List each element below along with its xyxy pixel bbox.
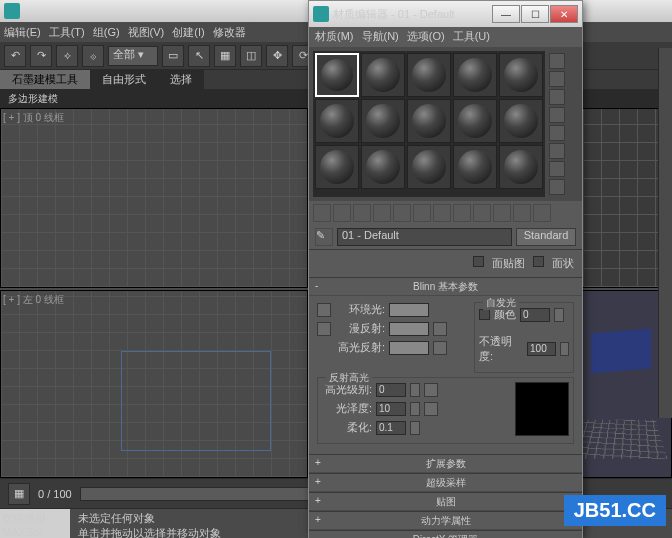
make-unique-icon[interactable] — [413, 204, 431, 222]
menu-edit[interactable]: 编辑(E) — [4, 25, 41, 40]
gloss-map-button[interactable] — [424, 402, 438, 416]
sample-slot[interactable] — [407, 53, 451, 97]
sample-slot[interactable] — [315, 145, 359, 189]
sample-slot[interactable] — [407, 99, 451, 143]
pick-material-icon[interactable]: ✎ — [315, 228, 333, 246]
selfillum-spinner[interactable]: 0 — [520, 308, 550, 322]
show-result-icon[interactable] — [493, 204, 511, 222]
sample-slot[interactable] — [315, 53, 359, 97]
sample-type-icon[interactable] — [549, 53, 565, 69]
ribbon-tab-graphite[interactable]: 石墨建模工具 — [0, 70, 90, 89]
select-region-icon[interactable]: ◫ — [240, 45, 262, 67]
show-map-icon[interactable] — [473, 204, 491, 222]
options-icon[interactable] — [549, 161, 565, 177]
menu-material[interactable]: 材质(M) — [315, 29, 354, 45]
redo-icon[interactable]: ↷ — [30, 45, 52, 67]
spinner-arrows-icon[interactable] — [410, 383, 420, 397]
material-editor-titlebar[interactable]: 材质编辑器 - 01 - Default — ☐ ✕ — [309, 1, 582, 27]
timeline-config-icon[interactable]: ▦ — [8, 483, 30, 505]
menu-util[interactable]: 工具(U) — [453, 29, 490, 45]
spec-level-spinner[interactable]: 0 — [376, 383, 406, 397]
diffuse-lock-icon[interactable] — [317, 322, 331, 336]
spinner-arrows-icon[interactable] — [410, 402, 420, 416]
faceted-checkbox[interactable] — [533, 256, 544, 267]
dynamics-rollout-header[interactable]: 动力学属性 — [309, 512, 582, 530]
preview-icon[interactable] — [549, 143, 565, 159]
sample-slot[interactable] — [453, 145, 497, 189]
viewport-label-top[interactable]: [ + ] 顶 0 线框 — [3, 111, 64, 125]
menu-group[interactable]: 组(G) — [93, 25, 120, 40]
spec-level-map-button[interactable] — [424, 383, 438, 397]
extended-rollout-header[interactable]: 扩展参数 — [309, 455, 582, 473]
sample-slot[interactable] — [453, 99, 497, 143]
selection-filter[interactable]: 全部 ▾ — [108, 46, 158, 66]
video-check-icon[interactable] — [549, 125, 565, 141]
spinner-arrows-icon[interactable] — [560, 342, 569, 356]
make-copy-icon[interactable] — [393, 204, 411, 222]
link-icon[interactable]: ⟡ — [56, 45, 78, 67]
specular-map-button[interactable] — [433, 341, 447, 355]
sample-slot[interactable] — [407, 145, 451, 189]
menu-modifier[interactable]: 修改器 — [213, 25, 246, 40]
selfillum-color-checkbox[interactable] — [479, 309, 490, 320]
sample-slot[interactable] — [499, 99, 543, 143]
sample-slot[interactable] — [453, 53, 497, 97]
maps-rollout-header[interactable]: 贴图 — [309, 493, 582, 511]
viewport-label-left[interactable]: [ + ] 左 0 线框 — [3, 293, 64, 307]
gloss-spinner[interactable]: 10 — [376, 402, 406, 416]
material-type-button[interactable]: Standard — [516, 228, 576, 246]
sample-slot[interactable] — [361, 99, 405, 143]
cursor-icon[interactable]: ↖ — [188, 45, 210, 67]
specular-swatch[interactable] — [389, 341, 429, 355]
mat-id-icon[interactable] — [453, 204, 471, 222]
wireframe-box[interactable] — [121, 351, 271, 451]
maxscript-listener[interactable]: 欢迎使用 MAXScr — [0, 509, 70, 538]
backlight-icon[interactable] — [549, 71, 565, 87]
supersample-rollout-header[interactable]: 超级采样 — [309, 474, 582, 492]
facemap-checkbox[interactable] — [473, 256, 484, 267]
uv-tile-icon[interactable] — [549, 107, 565, 123]
put-to-scene-icon[interactable] — [333, 204, 351, 222]
viewport-left[interactable]: [ + ] 左 0 线框 — [0, 290, 308, 478]
sample-slot[interactable] — [499, 53, 543, 97]
select-name-icon[interactable]: ▦ — [214, 45, 236, 67]
command-panel-edge[interactable] — [658, 48, 672, 418]
menu-view[interactable]: 视图(V) — [128, 25, 165, 40]
minimize-button[interactable]: — — [492, 5, 520, 23]
select-icon[interactable]: ▭ — [162, 45, 184, 67]
undo-icon[interactable]: ↶ — [4, 45, 26, 67]
maximize-button[interactable]: ☐ — [521, 5, 549, 23]
move-icon[interactable]: ✥ — [266, 45, 288, 67]
spinner-arrows-icon[interactable] — [410, 421, 420, 435]
menu-options[interactable]: 选项(O) — [407, 29, 445, 45]
close-button[interactable]: ✕ — [550, 5, 578, 23]
viewport-top[interactable]: [ + ] 顶 0 线框 — [0, 108, 308, 288]
sample-slot[interactable] — [499, 145, 543, 189]
ambient-swatch[interactable] — [389, 303, 429, 317]
background-icon[interactable] — [549, 89, 565, 105]
blinn-rollout-header[interactable]: Blinn 基本参数 — [309, 278, 582, 296]
directx-rollout-header[interactable]: DirectX 管理器 — [309, 531, 582, 538]
soften-spinner[interactable]: 0.1 — [376, 421, 406, 435]
go-sibling-icon[interactable] — [533, 204, 551, 222]
material-name-field[interactable]: 01 - Default — [337, 228, 512, 246]
assign-icon[interactable] — [353, 204, 371, 222]
perspective-box[interactable] — [591, 328, 651, 373]
select-by-mat-icon[interactable] — [549, 179, 565, 195]
diffuse-swatch[interactable] — [389, 322, 429, 336]
opacity-spinner[interactable]: 100 — [527, 342, 555, 356]
menu-tools[interactable]: 工具(T) — [49, 25, 85, 40]
spinner-arrows-icon[interactable] — [554, 308, 564, 322]
time-slider[interactable] — [80, 487, 320, 501]
menu-create[interactable]: 创建(I) — [172, 25, 204, 40]
reset-icon[interactable] — [373, 204, 391, 222]
ribbon-tab-freeform[interactable]: 自由形式 — [90, 70, 158, 89]
sample-slot[interactable] — [361, 53, 405, 97]
diffuse-map-button[interactable] — [433, 322, 447, 336]
ribbon-tab-select[interactable]: 选择 — [158, 70, 204, 89]
sample-slot[interactable] — [361, 145, 405, 189]
menu-nav[interactable]: 导航(N) — [362, 29, 399, 45]
sample-slot[interactable] — [315, 99, 359, 143]
unlink-icon[interactable]: ⟐ — [82, 45, 104, 67]
go-parent-icon[interactable] — [513, 204, 531, 222]
